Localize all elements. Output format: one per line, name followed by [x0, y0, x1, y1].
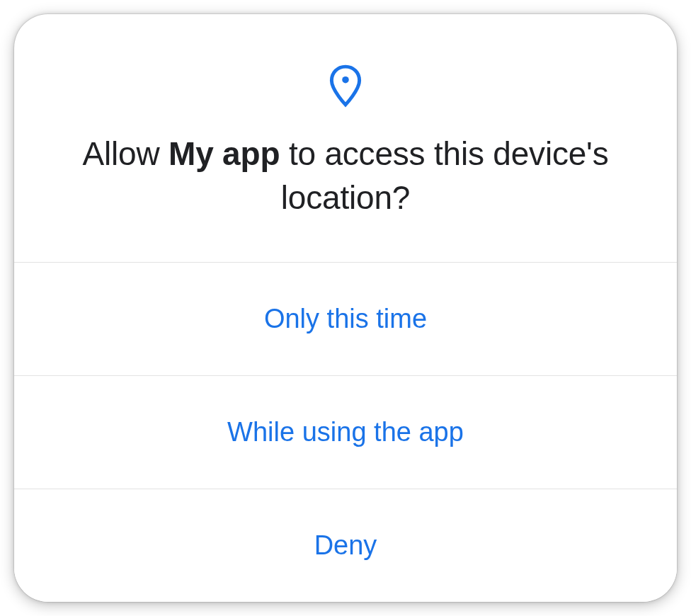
dialog-options: Only this time While using the app Deny	[14, 263, 677, 602]
title-suffix: to access this device's location?	[280, 135, 608, 216]
dialog-title: Allow My app to access this device's loc…	[57, 132, 634, 219]
app-name: My app	[169, 135, 280, 172]
svg-point-0	[342, 76, 349, 84]
only-this-time-button[interactable]: Only this time	[14, 263, 677, 376]
location-pin-icon	[57, 64, 634, 108]
deny-button[interactable]: Deny	[14, 489, 677, 602]
permission-dialog: Allow My app to access this device's loc…	[14, 14, 677, 602]
dialog-header: Allow My app to access this device's loc…	[14, 14, 677, 263]
while-using-app-button[interactable]: While using the app	[14, 376, 677, 489]
title-prefix: Allow	[83, 135, 169, 172]
